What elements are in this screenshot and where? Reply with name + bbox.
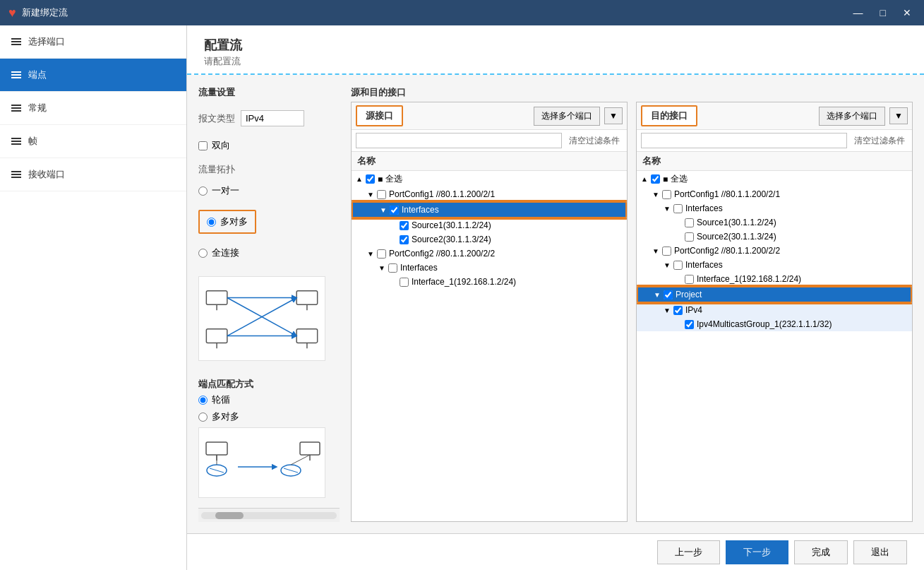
topo1-radio[interactable]: [198, 186, 208, 196]
tree-checkbox[interactable]: [651, 174, 660, 184]
match1-radio[interactable]: [198, 396, 208, 405]
dest-project-row[interactable]: ▼ Project: [637, 286, 912, 303]
tree-row[interactable]: ▲ ■ 全选: [637, 171, 912, 187]
tree-row[interactable]: Source1(30.1.1.2/24): [352, 218, 627, 232]
next-button[interactable]: 下一步: [726, 540, 788, 564]
source-dropdown-btn[interactable]: ▼: [604, 107, 623, 124]
sidebar-item-endpoint[interactable]: 端点: [0, 59, 186, 92]
minimize-button[interactable]: —: [849, 6, 868, 20]
toggle-icon[interactable]: ▼: [380, 206, 390, 214]
toggle-icon[interactable]: ▲: [356, 175, 366, 183]
bottom-bar: 上一步 下一步 完成 退出: [187, 533, 924, 570]
toggle-icon[interactable]: ▼: [367, 250, 377, 258]
source-select-multi-btn[interactable]: 选择多个端口: [534, 107, 600, 126]
tree-row[interactable]: ▼ Interfaces: [637, 201, 912, 215]
topo2-row: 多对多: [198, 210, 340, 234]
tree-row[interactable]: ▼ PortConfig2 //80.1.1.200/2/2: [352, 247, 627, 261]
toggle-icon[interactable]: ▼: [664, 307, 673, 314]
pkt-type-input[interactable]: [241, 110, 304, 126]
toggle-icon[interactable]: ▼: [654, 291, 664, 299]
tree-checkbox[interactable]: [685, 218, 694, 227]
dest-dropdown-btn[interactable]: ▼: [889, 107, 908, 124]
scroll-track[interactable]: [201, 512, 337, 519]
prev-button[interactable]: 上一步: [657, 540, 720, 564]
source-interfaces-row[interactable]: ▼ Interfaces: [352, 201, 627, 218]
tree-row[interactable]: Source2(30.1.1.3/24): [637, 230, 912, 244]
toggle-icon[interactable]: ▼: [378, 264, 388, 272]
tree-checkbox[interactable]: [377, 190, 386, 199]
toggle-icon[interactable]: ▼: [652, 247, 662, 255]
sidebar-item-select-port[interactable]: 选择端口: [0, 25, 186, 59]
tree-checkbox[interactable]: [390, 206, 399, 215]
sidebar-item-general[interactable]: 常规: [0, 92, 186, 125]
tree-checkbox[interactable]: [673, 261, 683, 270]
tree-row[interactable]: ▼ Interfaces: [352, 261, 627, 275]
tree-label: Interfaces: [402, 205, 439, 215]
tree-row[interactable]: ▼ PortConfig1 //80.1.1.200/2/1: [637, 187, 912, 201]
tree-checkbox[interactable]: [400, 278, 409, 287]
tree-row[interactable]: ▼ IPv4: [637, 303, 912, 317]
toggle-icon[interactable]: ▼: [652, 191, 662, 198]
tree-checkbox[interactable]: [685, 232, 694, 242]
svg-rect-4: [296, 291, 318, 305]
tree-checkbox[interactable]: [673, 306, 683, 315]
tree-row[interactable]: Source2(30.1.1.3/24): [352, 232, 627, 247]
topo3-radio[interactable]: [198, 249, 208, 258]
scroll-thumb[interactable]: [215, 512, 244, 519]
dest-filter-input[interactable]: [641, 133, 847, 148]
dest-tab[interactable]: 目的接口: [641, 105, 697, 126]
toggle-icon[interactable]: ▼: [367, 191, 377, 198]
toggle-icon[interactable]: ▼: [664, 205, 673, 213]
source-filter-row: 清空过滤条件: [352, 130, 627, 152]
tree-checkbox[interactable]: [685, 320, 694, 329]
dest-clear-filter-btn[interactable]: 清空过滤条件: [851, 133, 908, 148]
tree-row[interactable]: ▼ PortConfig1 //80.1.1.200/2/1: [352, 187, 627, 201]
source-filter-input[interactable]: [356, 133, 562, 148]
toggle-icon[interactable]: ▼: [664, 261, 673, 269]
tree-label: PortConfig1 //80.1.1.200/2/1: [389, 189, 495, 199]
sidebar-item-frame[interactable]: 帧: [0, 125, 186, 158]
tree-checkbox[interactable]: [662, 247, 671, 256]
match2-row: 多对多: [198, 410, 340, 423]
source-clear-filter-btn[interactable]: 清空过滤条件: [566, 133, 623, 148]
right-panel: 源和目的接口 源接口 选择多个端口 ▼ 清空过滤条件: [351, 86, 913, 522]
finish-button[interactable]: 完成: [794, 540, 848, 564]
tree-label: Project: [676, 290, 702, 299]
topo3-row: 全连接: [198, 247, 340, 259]
svg-rect-6: [296, 329, 318, 343]
dest-select-multi-btn[interactable]: 选择多个端口: [819, 107, 885, 126]
tree-checkbox[interactable]: [400, 235, 409, 244]
tree-row[interactable]: Source1(30.1.1.2/24): [637, 215, 912, 230]
tree-checkbox[interactable]: [685, 275, 694, 284]
toggle-icon[interactable]: ▲: [641, 175, 651, 183]
close-button[interactable]: ✕: [899, 6, 916, 20]
tree-checkbox[interactable]: [377, 249, 386, 259]
tree-row[interactable]: ▼ Interfaces: [637, 258, 912, 272]
tree-row[interactable]: Interface_1(192.168.1.2/24): [352, 275, 627, 289]
tree-row[interactable]: Ipv4MulticastGroup_1(232.1.1.1/32): [637, 317, 912, 331]
tree-checkbox[interactable]: [400, 221, 409, 230]
sidebar-label-frame: 帧: [28, 135, 37, 148]
topo2-highlight-box: 多对多: [198, 210, 256, 234]
topo2-radio[interactable]: [207, 218, 216, 227]
tree-checkbox[interactable]: [366, 174, 375, 184]
tree-label: Interfaces: [685, 203, 723, 213]
exit-button[interactable]: 退出: [853, 540, 907, 564]
match2-label: 多对多: [212, 410, 239, 423]
svg-rect-19: [300, 442, 320, 455]
sidebar-item-recv-port[interactable]: 接收端口: [0, 158, 186, 191]
match2-radio[interactable]: [198, 412, 208, 422]
tree-row[interactable]: ▲ ■ 全选: [352, 171, 627, 187]
tree-checkbox[interactable]: [662, 190, 671, 199]
flow-settings-panel: 流量设置 报文类型 双向 流量拓扑 一对一 多对多: [198, 86, 340, 522]
tree-checkbox[interactable]: [388, 263, 397, 273]
tree-checkbox[interactable]: [673, 204, 683, 213]
tree-row[interactable]: Interface_1(192.168.1.2/24): [637, 272, 912, 286]
app-logo: ♥: [8, 6, 16, 20]
tree-checkbox[interactable]: [664, 290, 673, 299]
bidirectional-checkbox[interactable]: [198, 141, 208, 150]
source-tab[interactable]: 源接口: [356, 105, 403, 126]
maximize-button[interactable]: □: [876, 6, 890, 20]
source-tree: ▲ ■ 全选 ▼ PortConfig1 //80.1.1.200/2/1: [352, 171, 627, 521]
tree-row[interactable]: ▼ PortConfig2 //80.1.1.200/2/2: [637, 244, 912, 258]
